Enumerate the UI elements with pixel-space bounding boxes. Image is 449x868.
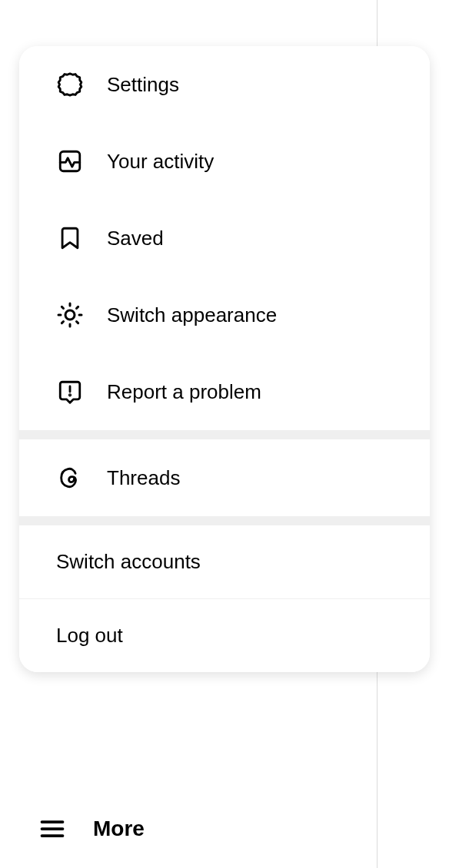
svg-point-11 (69, 395, 70, 396)
section-divider (19, 516, 430, 525)
menu-section-threads: Threads (19, 439, 430, 516)
menu-section-account: Switch accounts Log out (19, 525, 430, 672)
menu-item-activity[interactable]: Your activity (19, 123, 430, 200)
activity-icon (56, 147, 84, 175)
menu-label-switch-accounts: Switch accounts (56, 550, 201, 574)
svg-line-5 (76, 321, 78, 323)
menu-label-saved: Saved (107, 227, 164, 250)
menu-item-report[interactable]: Report a problem (19, 353, 430, 430)
more-popup-menu: Settings Your activity Saved (19, 46, 430, 672)
svg-point-1 (65, 310, 75, 320)
sun-icon (56, 301, 84, 329)
threads-icon (56, 464, 84, 492)
menu-section-main: Settings Your activity Saved (19, 46, 430, 430)
menu-label-logout: Log out (56, 624, 123, 648)
menu-label-threads: Threads (107, 466, 180, 490)
report-icon (56, 378, 84, 406)
svg-line-9 (76, 306, 78, 308)
svg-line-8 (62, 321, 63, 323)
menu-label-settings: Settings (107, 73, 179, 97)
more-label: More (93, 817, 145, 841)
menu-item-threads[interactable]: Threads (19, 439, 430, 516)
more-button[interactable]: More (38, 815, 145, 843)
menu-label-appearance: Switch appearance (107, 303, 277, 327)
hamburger-icon (38, 815, 66, 843)
menu-label-report: Report a problem (107, 380, 261, 404)
menu-item-settings[interactable]: Settings (19, 46, 430, 123)
bookmark-icon (56, 224, 84, 252)
menu-item-saved[interactable]: Saved (19, 200, 430, 277)
menu-label-activity: Your activity (107, 150, 214, 174)
svg-line-4 (62, 306, 63, 308)
menu-item-appearance[interactable]: Switch appearance (19, 277, 430, 353)
section-divider (19, 430, 430, 439)
gear-icon (56, 71, 84, 98)
menu-item-switch-accounts[interactable]: Switch accounts (19, 525, 430, 598)
menu-item-logout[interactable]: Log out (19, 599, 430, 672)
